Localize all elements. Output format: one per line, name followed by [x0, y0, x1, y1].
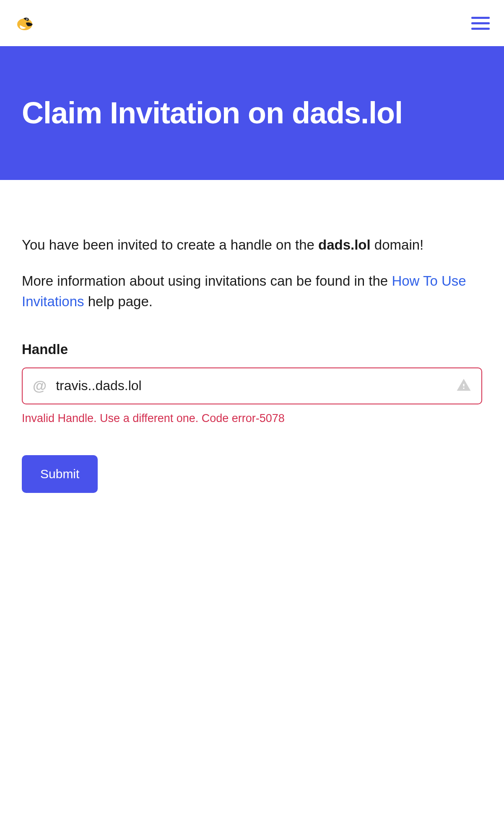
hamburger-line — [471, 17, 490, 19]
hamburger-line — [471, 22, 490, 24]
submit-button[interactable]: Submit — [22, 455, 98, 493]
main-content: You have been invited to create a handle… — [0, 180, 504, 493]
intro-prefix: You have been invited to create a handle… — [22, 237, 318, 253]
more-info-prefix: More information about using invitations… — [22, 273, 392, 289]
menu-button[interactable] — [471, 17, 490, 30]
warning-icon — [456, 378, 471, 394]
svg-point-2 — [26, 19, 27, 20]
at-icon: @ — [33, 378, 47, 394]
intro-text: You have been invited to create a handle… — [22, 235, 482, 255]
handle-input[interactable] — [56, 378, 456, 393]
error-message: Invalid Handle. Use a different one. Cod… — [22, 412, 482, 425]
intro-domain: dads.lol — [318, 237, 371, 253]
bird-logo[interactable] — [14, 13, 35, 34]
navbar — [0, 0, 504, 46]
intro-suffix: domain! — [371, 237, 424, 253]
hamburger-line — [471, 28, 490, 30]
handle-input-wrapper: @ — [22, 367, 482, 404]
handle-label: Handle — [22, 341, 482, 357]
page-title: Claim Invitation on dads.lol — [22, 96, 482, 130]
more-info-text: More information about using invitations… — [22, 271, 482, 312]
more-info-suffix: help page. — [84, 294, 153, 309]
hero-section: Claim Invitation on dads.lol — [0, 46, 504, 180]
